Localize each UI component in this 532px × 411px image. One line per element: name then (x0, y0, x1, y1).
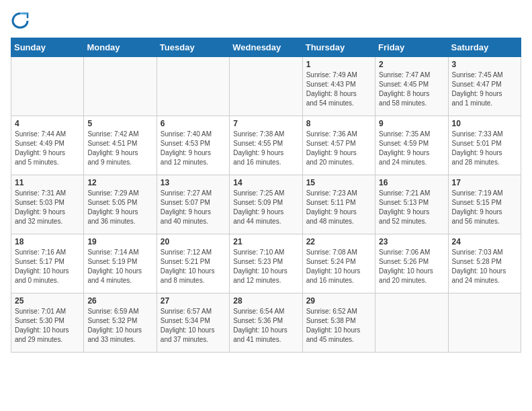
day-info: Sunrise: 6:59 AM Sunset: 5:32 PM Dayligh… (87, 307, 152, 345)
day-number: 18 (15, 237, 80, 246)
header-row: SundayMondayTuesdayWednesdayThursdayFrid… (11, 38, 521, 57)
day-number: 4 (15, 119, 80, 128)
calendar-cell: 12Sunrise: 7:29 AM Sunset: 5:05 PM Dayli… (84, 175, 157, 234)
calendar-cell: 29Sunrise: 6:52 AM Sunset: 5:38 PM Dayli… (302, 293, 375, 353)
day-number: 12 (87, 178, 152, 187)
day-number: 26 (87, 296, 152, 306)
calendar-cell: 13Sunrise: 7:27 AM Sunset: 5:07 PM Dayli… (157, 175, 229, 234)
day-number: 15 (306, 178, 371, 187)
day-info: Sunrise: 7:27 AM Sunset: 5:07 PM Dayligh… (161, 189, 226, 226)
day-number: 16 (379, 178, 444, 187)
calendar-week-2: 4Sunrise: 7:44 AM Sunset: 4:49 PM Daylig… (11, 116, 521, 175)
day-info: Sunrise: 7:38 AM Sunset: 4:55 PM Dayligh… (233, 130, 298, 167)
header-day-sunday: Sunday (11, 38, 84, 57)
calendar-cell: 21Sunrise: 7:10 AM Sunset: 5:23 PM Dayli… (230, 234, 302, 293)
calendar-cell: 15Sunrise: 7:23 AM Sunset: 5:11 PM Dayli… (302, 175, 375, 234)
calendar-cell: 20Sunrise: 7:12 AM Sunset: 5:21 PM Dayli… (157, 234, 229, 293)
day-info: Sunrise: 7:35 AM Sunset: 4:59 PM Dayligh… (379, 130, 444, 167)
day-number: 7 (233, 119, 298, 128)
day-info: Sunrise: 7:45 AM Sunset: 4:47 PM Dayligh… (452, 71, 517, 108)
calendar-cell: 14Sunrise: 7:25 AM Sunset: 5:09 PM Dayli… (230, 175, 302, 234)
calendar-cell: 6Sunrise: 7:40 AM Sunset: 4:53 PM Daylig… (157, 116, 229, 175)
day-number: 27 (161, 296, 226, 306)
calendar-cell (448, 293, 521, 353)
calendar-cell: 3Sunrise: 7:45 AM Sunset: 4:47 PM Daylig… (448, 57, 521, 116)
calendar-cell (157, 57, 229, 116)
day-number: 17 (452, 178, 517, 187)
calendar-week-4: 18Sunrise: 7:16 AM Sunset: 5:17 PM Dayli… (11, 234, 521, 293)
calendar-cell (230, 57, 302, 116)
calendar-cell: 19Sunrise: 7:14 AM Sunset: 5:19 PM Dayli… (84, 234, 157, 293)
calendar-cell: 27Sunrise: 6:57 AM Sunset: 5:34 PM Dayli… (157, 293, 229, 353)
calendar-week-5: 25Sunrise: 7:01 AM Sunset: 5:30 PM Dayli… (11, 293, 521, 353)
day-number: 28 (233, 296, 298, 306)
calendar-cell: 9Sunrise: 7:35 AM Sunset: 4:59 PM Daylig… (375, 116, 448, 175)
calendar-header: SundayMondayTuesdayWednesdayThursdayFrid… (11, 38, 521, 57)
calendar-cell: 4Sunrise: 7:44 AM Sunset: 4:49 PM Daylig… (11, 116, 84, 175)
day-number: 6 (161, 119, 226, 128)
calendar-cell: 24Sunrise: 7:03 AM Sunset: 5:28 PM Dayli… (448, 234, 521, 293)
day-info: Sunrise: 7:47 AM Sunset: 4:45 PM Dayligh… (379, 71, 444, 108)
day-info: Sunrise: 7:40 AM Sunset: 4:53 PM Dayligh… (161, 130, 226, 167)
calendar-cell: 26Sunrise: 6:59 AM Sunset: 5:32 PM Dayli… (84, 293, 157, 353)
calendar-cell: 16Sunrise: 7:21 AM Sunset: 5:13 PM Dayli… (375, 175, 448, 234)
day-info: Sunrise: 7:19 AM Sunset: 5:15 PM Dayligh… (452, 189, 517, 226)
header (11, 11, 521, 30)
calendar-body: 1Sunrise: 7:49 AM Sunset: 4:43 PM Daylig… (11, 57, 521, 353)
header-day-thursday: Thursday (302, 38, 375, 57)
calendar-cell: 5Sunrise: 7:42 AM Sunset: 4:51 PM Daylig… (84, 116, 157, 175)
calendar-cell: 1Sunrise: 7:49 AM Sunset: 4:43 PM Daylig… (302, 57, 375, 116)
day-info: Sunrise: 6:57 AM Sunset: 5:34 PM Dayligh… (161, 307, 226, 345)
calendar-cell: 23Sunrise: 7:06 AM Sunset: 5:26 PM Dayli… (375, 234, 448, 293)
day-number: 9 (379, 119, 444, 128)
day-info: Sunrise: 7:10 AM Sunset: 5:23 PM Dayligh… (233, 248, 298, 285)
day-info: Sunrise: 6:54 AM Sunset: 5:36 PM Dayligh… (233, 307, 298, 345)
day-info: Sunrise: 7:03 AM Sunset: 5:28 PM Dayligh… (452, 248, 517, 285)
day-number: 21 (233, 237, 298, 246)
day-number: 14 (233, 178, 298, 187)
day-number: 8 (306, 119, 371, 128)
calendar-cell: 25Sunrise: 7:01 AM Sunset: 5:30 PM Dayli… (11, 293, 84, 353)
day-info: Sunrise: 7:29 AM Sunset: 5:05 PM Dayligh… (87, 189, 152, 226)
day-info: Sunrise: 7:25 AM Sunset: 5:09 PM Dayligh… (233, 189, 298, 226)
day-info: Sunrise: 7:44 AM Sunset: 4:49 PM Dayligh… (15, 130, 80, 167)
day-info: Sunrise: 7:08 AM Sunset: 5:24 PM Dayligh… (306, 248, 371, 285)
day-number: 29 (306, 296, 371, 306)
day-number: 23 (379, 237, 444, 246)
day-number: 1 (306, 60, 371, 69)
day-number: 22 (306, 237, 371, 246)
logo (11, 11, 32, 30)
day-info: Sunrise: 7:14 AM Sunset: 5:19 PM Dayligh… (87, 248, 152, 285)
day-info: Sunrise: 7:16 AM Sunset: 5:17 PM Dayligh… (15, 248, 80, 285)
day-info: Sunrise: 7:42 AM Sunset: 4:51 PM Dayligh… (87, 130, 152, 167)
calendar-cell (375, 293, 448, 353)
calendar-cell: 28Sunrise: 6:54 AM Sunset: 5:36 PM Dayli… (230, 293, 302, 353)
calendar-cell (84, 57, 157, 116)
calendar-table: SundayMondayTuesdayWednesdayThursdayFrid… (11, 38, 521, 353)
day-info: Sunrise: 7:12 AM Sunset: 5:21 PM Dayligh… (161, 248, 226, 285)
logo-icon (11, 11, 30, 30)
calendar-cell: 2Sunrise: 7:47 AM Sunset: 4:45 PM Daylig… (375, 57, 448, 116)
header-day-monday: Monday (84, 38, 157, 57)
header-day-saturday: Saturday (448, 38, 521, 57)
day-info: Sunrise: 7:36 AM Sunset: 4:57 PM Dayligh… (306, 130, 371, 167)
calendar-cell: 7Sunrise: 7:38 AM Sunset: 4:55 PM Daylig… (230, 116, 302, 175)
day-info: Sunrise: 7:21 AM Sunset: 5:13 PM Dayligh… (379, 189, 444, 226)
calendar-cell (11, 57, 84, 116)
calendar-cell: 11Sunrise: 7:31 AM Sunset: 5:03 PM Dayli… (11, 175, 84, 234)
day-info: Sunrise: 7:33 AM Sunset: 5:01 PM Dayligh… (452, 130, 517, 167)
header-day-wednesday: Wednesday (230, 38, 302, 57)
day-info: Sunrise: 7:23 AM Sunset: 5:11 PM Dayligh… (306, 189, 371, 226)
day-info: Sunrise: 6:52 AM Sunset: 5:38 PM Dayligh… (306, 307, 371, 345)
header-day-tuesday: Tuesday (157, 38, 229, 57)
calendar-week-3: 11Sunrise: 7:31 AM Sunset: 5:03 PM Dayli… (11, 175, 521, 234)
day-info: Sunrise: 7:31 AM Sunset: 5:03 PM Dayligh… (15, 189, 80, 226)
calendar-cell: 8Sunrise: 7:36 AM Sunset: 4:57 PM Daylig… (302, 116, 375, 175)
day-number: 13 (161, 178, 226, 187)
day-number: 25 (15, 296, 80, 306)
calendar-cell: 17Sunrise: 7:19 AM Sunset: 5:15 PM Dayli… (448, 175, 521, 234)
header-day-friday: Friday (375, 38, 448, 57)
day-number: 3 (452, 60, 517, 69)
day-number: 5 (87, 119, 152, 128)
day-number: 19 (87, 237, 152, 246)
